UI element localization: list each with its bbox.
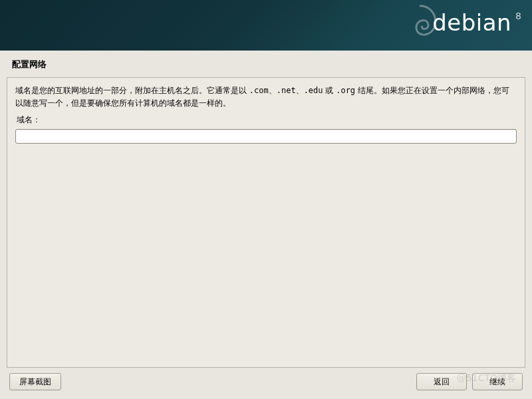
brand-wordmark: debian <box>432 9 511 36</box>
page-title: 配置网络 <box>0 51 532 74</box>
desc-prefix: 域名是您的互联网地址的一部分，附加在主机名之后。它通常是以 <box>15 86 249 95</box>
back-button[interactable]: 返回 <box>416 373 467 390</box>
screenshot-button[interactable]: 屏幕截图 <box>9 373 61 390</box>
sep2: 、 <box>296 86 304 95</box>
domain-field-label: 域名： <box>17 114 517 126</box>
continue-button[interactable]: 继续 <box>472 373 523 390</box>
ext-net: .net <box>277 86 296 95</box>
brand: debian 8 <box>432 9 521 36</box>
domain-input[interactable] <box>15 129 517 144</box>
brand-version: 8 <box>515 11 521 21</box>
ext-org: .org <box>336 86 355 95</box>
main-panel: 域名是您的互联网地址的一部分，附加在主机名之后。它通常是以 .com、.net、… <box>7 77 525 368</box>
sep3: 或 <box>323 86 336 95</box>
description-text: 域名是您的互联网地址的一部分，附加在主机名之后。它通常是以 .com、.net、… <box>15 84 517 110</box>
ext-edu: .edu <box>304 86 323 95</box>
sep1: 、 <box>269 86 277 95</box>
ext-com: .com <box>249 86 269 95</box>
installer-header: debian 8 <box>0 0 532 51</box>
button-row: 屏幕截图 返回 继续 <box>0 373 532 397</box>
